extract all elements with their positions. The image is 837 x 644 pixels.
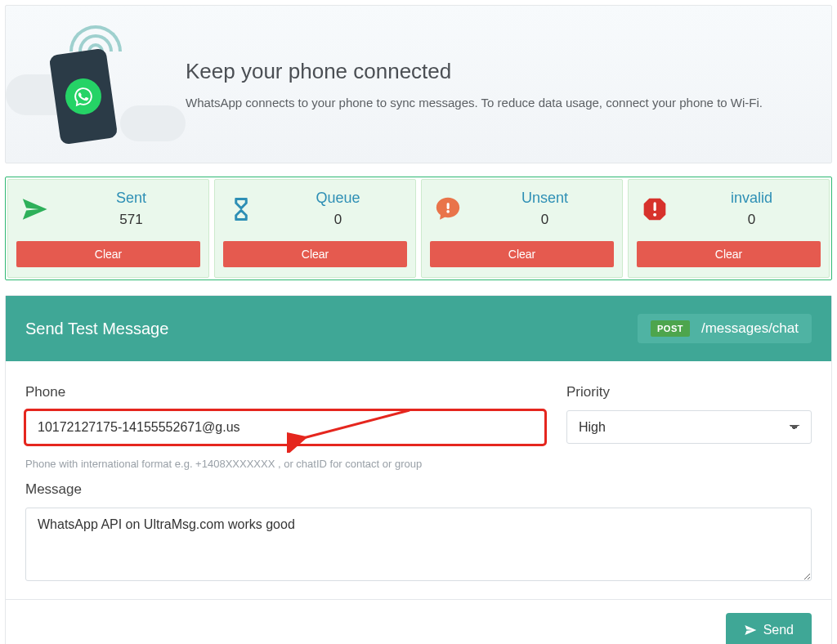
svg-rect-0 (447, 203, 450, 209)
hourglass-icon (226, 195, 256, 224)
phone-input[interactable] (25, 410, 545, 445)
stat-card-unsent: Unsent 0 Clear (421, 179, 623, 278)
panel-body: Phone Phone with international format e.… (6, 361, 831, 599)
priority-label: Priority (566, 384, 812, 400)
message-textarea[interactable]: WhatsApp API on UltraMsg.com works good (25, 508, 812, 581)
svg-rect-3 (654, 202, 656, 211)
panel-title: Send Test Message (25, 320, 168, 338)
chat-alert-icon (433, 195, 463, 224)
message-label: Message (25, 481, 812, 498)
stat-card-queue: Queue 0 Clear (214, 179, 416, 278)
stat-title: invalid (686, 190, 817, 207)
stat-card-invalid: invalid 0 Clear (628, 179, 830, 278)
paper-plane-icon (20, 195, 49, 224)
clear-invalid-button[interactable]: Clear (637, 241, 821, 267)
send-button-label: Send (763, 623, 794, 637)
send-test-panel: Send Test Message POST /messages/chat Ph… (5, 295, 832, 644)
phone-icon (49, 48, 119, 145)
clear-unsent-button[interactable]: Clear (430, 241, 614, 267)
phone-label: Phone (25, 384, 545, 400)
connection-hero: Keep your phone connected WhatsApp conne… (5, 5, 832, 163)
stat-card-sent: Sent 571 Clear (7, 179, 209, 278)
hero-title: Keep your phone connected (186, 59, 763, 84)
stat-value: 571 (65, 212, 197, 228)
clear-sent-button[interactable]: Clear (16, 241, 200, 267)
panel-header: Send Test Message POST /messages/chat (6, 296, 831, 361)
svg-point-4 (653, 212, 656, 216)
whatsapp-icon (63, 76, 104, 117)
stats-row: Sent 571 Clear Queue 0 Clear Unsent 0 (5, 177, 832, 280)
panel-footer: Send (6, 599, 831, 644)
paper-plane-icon (744, 624, 757, 637)
send-button[interactable]: Send (726, 613, 812, 644)
stat-title: Sent (65, 190, 197, 207)
api-endpoint-chip: POST /messages/chat (638, 314, 812, 343)
stat-value: 0 (479, 212, 611, 228)
stat-title: Unsent (479, 190, 611, 207)
stat-value: 0 (272, 212, 404, 228)
priority-select[interactable]: High (566, 410, 812, 444)
api-path: /messages/chat (701, 320, 799, 337)
svg-point-1 (446, 209, 450, 212)
http-method-badge: POST (651, 320, 690, 337)
stop-alert-icon (640, 195, 669, 224)
hero-illustration (30, 27, 161, 141)
clear-queue-button[interactable]: Clear (223, 241, 407, 267)
stat-title: Queue (272, 190, 404, 207)
hero-subtitle: WhatsApp connects to your phone to sync … (186, 96, 763, 110)
stat-value: 0 (686, 212, 817, 228)
phone-helper-text: Phone with international format e.g. +14… (25, 458, 545, 470)
